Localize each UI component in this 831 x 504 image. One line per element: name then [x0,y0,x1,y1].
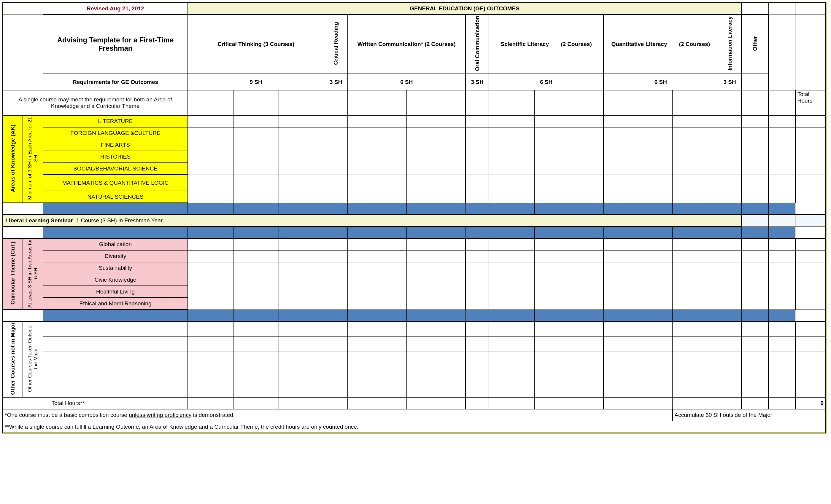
total-hours-label: Total Hours** [43,397,188,409]
total-hours-header: Total Hours [795,90,826,115]
other-courses-sidebar: Other Courses not in Major [3,321,23,397]
lls-row: Liberal Learning Seminar 1 Course (3 SH)… [3,215,741,227]
sh-6c: 6 SH [603,74,718,90]
cut-sustainability: Sustainability [43,262,188,274]
sh-6b: 6 SH [489,74,603,90]
ak-fine-arts: FINE ARTS [43,139,188,151]
col-other: Other [741,14,768,74]
cut-diversity: Diversity [43,250,188,262]
sh-3c: 3 SH [718,74,742,90]
col-critical-thinking: Critical Thinking (3 Courses) [188,14,324,74]
footnote-2: **While a single course can fulfill a Le… [3,421,826,433]
other-courses-note: Other Courses Taken Outside the Major [23,321,43,397]
sh-9: 9 SH [188,74,324,90]
col-quant-literacy: Quantitative Literacy(2 Courses) [603,14,718,74]
col-scientific-literacy: Scientific Literacy(2 Courses) [489,14,603,74]
footnote-1: *One course must be a basic composition … [3,409,672,421]
footnote-accumulate: Accumulate 60 SH outside of the Major [672,409,826,421]
ak-literature: LITERATURE [43,115,188,127]
ak-foreign-lang: FOREIGN LANGUAGE &CULTURE [43,127,188,139]
note-dual-credit: A single course may meet the requirement… [3,90,188,115]
cut-healthful-living: Healthful Living [43,286,188,298]
sh-3a: 3 SH [324,74,347,90]
col-oral-comm: Oral Communication [465,14,489,74]
col-critical-reading: Critical Reading [324,14,347,74]
cut-ethical-moral: Ethical and Moral Reasoning [43,298,188,309]
ak-histories: HISTORIES [43,151,188,163]
sh-3b: 3 SH [465,74,489,90]
ge-outcomes-header: GENERAL EDUCATION (GE) OUTCOMES [188,3,741,14]
template-title: Advising Template for a First-Time Fresh… [43,14,188,74]
total-hours-value: 0 [795,397,826,409]
cut-globalization: Globalization [43,238,188,250]
revised-date: Revised Aug 21, 2012 [43,3,188,14]
col-info-literacy: Information Literacy [718,14,742,74]
col-written-comm: Written Communication* (2 Courses) [348,14,465,74]
ak-minimum: Minimum of 3 SH in Each Area for 21 SH [23,115,43,203]
cut-civic-knowledge: Civic Knowledge [43,274,188,286]
ak-sidebar: Areas of Knowledge (AK) [3,115,23,203]
ak-math-quant: MATHEMATICS & QUANTITATIVE LOGIC [43,175,188,191]
requirements-label: Requirements for GE Outcomes [43,74,188,90]
ak-social-science: SOCIAL/BEHAVORIAL SCIENCE [43,163,188,175]
ak-natural-sci: NATURAL SCIENCES [43,191,188,203]
cut-sidebar: Curricular Theme (CuT) [3,238,23,309]
sh-6a: 6 SH [348,74,465,90]
cut-minimum: At Least 3 SH in Two Areas for 6 SH [23,238,43,309]
